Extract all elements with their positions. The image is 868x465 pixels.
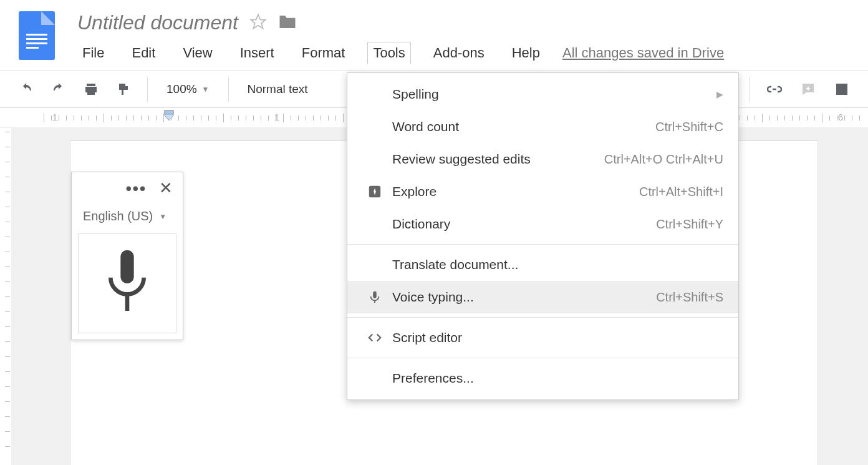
separator xyxy=(228,77,229,102)
menu-label: Spelling xyxy=(387,87,716,102)
menu-item-preferences[interactable]: Preferences... xyxy=(347,362,738,394)
menu-item-translate[interactable]: Translate document... xyxy=(347,248,738,281)
svg-rect-2 xyxy=(165,110,173,114)
svg-marker-0 xyxy=(251,14,265,28)
star-icon[interactable] xyxy=(249,13,267,33)
menu-help[interactable]: Help xyxy=(507,42,545,64)
menu-item-dictionary[interactable]: Dictionary Ctrl+Shift+Y xyxy=(347,208,738,240)
shortcut: Ctrl+Shift+Y xyxy=(656,217,723,232)
menu-separator xyxy=(347,244,738,245)
ruler-label: 1 xyxy=(52,112,57,122)
menu-separator xyxy=(347,317,738,318)
title-row: Untitled document xyxy=(77,11,724,34)
dropdown-arrow-icon: ▼ xyxy=(202,85,210,94)
shortcut: Ctrl+Alt+Shift+I xyxy=(639,185,723,199)
explore-icon xyxy=(362,185,387,198)
shortcut: Ctrl+Shift+C xyxy=(655,120,723,134)
microphone-icon xyxy=(362,290,387,304)
menu-label: Script editor xyxy=(387,330,723,345)
voice-language-label: English (US) xyxy=(83,209,153,223)
svg-rect-7 xyxy=(373,291,377,298)
voice-typing-panel: ••• ✕ English (US) ▼ xyxy=(71,172,183,340)
voice-language-selector[interactable]: English (US) ▼ xyxy=(72,204,183,231)
save-status[interactable]: All changes saved in Drive xyxy=(562,45,724,61)
menu-view[interactable]: View xyxy=(178,42,217,64)
docs-logo-icon[interactable] xyxy=(19,11,55,60)
menu-label: Word count xyxy=(387,119,655,134)
indent-marker-icon[interactable] xyxy=(163,109,175,125)
menu-format[interactable]: Format xyxy=(297,42,350,64)
svg-rect-3 xyxy=(120,250,133,283)
more-options-icon[interactable]: ••• xyxy=(126,186,147,191)
close-icon[interactable]: ✕ xyxy=(159,179,173,198)
paint-format-button[interactable] xyxy=(110,77,137,102)
menu-label: Review suggested edits xyxy=(387,152,604,167)
ruler-label: 6 xyxy=(838,112,843,122)
menu-tools[interactable]: Tools xyxy=(367,42,410,64)
separator xyxy=(147,77,148,102)
voice-panel-header: ••• ✕ xyxy=(72,172,183,204)
dropdown-arrow-icon: ▼ xyxy=(159,212,166,221)
menu-label: Explore xyxy=(387,184,639,199)
style-value: Normal text xyxy=(248,82,308,95)
paragraph-style-selector[interactable]: Normal text xyxy=(239,77,317,101)
menu-separator xyxy=(347,358,738,358)
menu-item-spelling[interactable]: Spelling ▶ xyxy=(347,78,738,110)
menu-label: Translate document... xyxy=(387,257,723,272)
code-icon xyxy=(362,331,387,345)
separator xyxy=(749,77,750,102)
menu-label: Dictionary xyxy=(387,217,656,232)
zoom-selector[interactable]: 100% ▼ xyxy=(158,77,218,101)
menu-item-voice-typing[interactable]: Voice typing... Ctrl+Shift+S xyxy=(347,281,738,313)
menu-insert[interactable]: Insert xyxy=(235,42,279,64)
menu-addons[interactable]: Add-ons xyxy=(428,42,489,64)
link-button[interactable] xyxy=(761,77,788,102)
shortcut: Ctrl+Alt+O Ctrl+Alt+U xyxy=(604,152,723,167)
menu-item-review[interactable]: Review suggested edits Ctrl+Alt+O Ctrl+A… xyxy=(347,143,738,175)
header: Untitled document File Edit View Insert … xyxy=(0,0,868,64)
submenu-arrow-icon: ▶ xyxy=(716,89,723,99)
microphone-icon xyxy=(99,246,155,321)
redo-button[interactable] xyxy=(45,77,72,102)
menu-item-script-editor[interactable]: Script editor xyxy=(347,321,738,354)
doc-info: Untitled document File Edit View Insert … xyxy=(77,11,724,64)
menu-item-explore[interactable]: Explore Ctrl+Alt+Shift+I xyxy=(347,175,738,208)
zoom-value: 100% xyxy=(166,82,197,96)
print-button[interactable] xyxy=(77,77,105,102)
folder-icon[interactable] xyxy=(278,14,297,32)
undo-button[interactable] xyxy=(12,77,40,102)
image-button[interactable] xyxy=(828,77,856,102)
menu-bar: File Edit View Insert Format Tools Add-o… xyxy=(77,42,724,64)
vertical-ruler[interactable] xyxy=(0,128,11,465)
menu-label: Preferences... xyxy=(387,371,723,386)
menu-file[interactable]: File xyxy=(77,42,109,64)
menu-item-word-count[interactable]: Word count Ctrl+Shift+C xyxy=(347,110,738,143)
shortcut: Ctrl+Shift+S xyxy=(656,290,723,305)
doc-title[interactable]: Untitled document xyxy=(77,11,238,34)
menu-edit[interactable]: Edit xyxy=(127,42,160,64)
menu-label: Voice typing... xyxy=(387,290,656,305)
microphone-button[interactable] xyxy=(78,233,176,333)
tools-dropdown-menu: Spelling ▶ Word count Ctrl+Shift+C Revie… xyxy=(347,72,739,400)
comment-button[interactable] xyxy=(794,77,822,102)
